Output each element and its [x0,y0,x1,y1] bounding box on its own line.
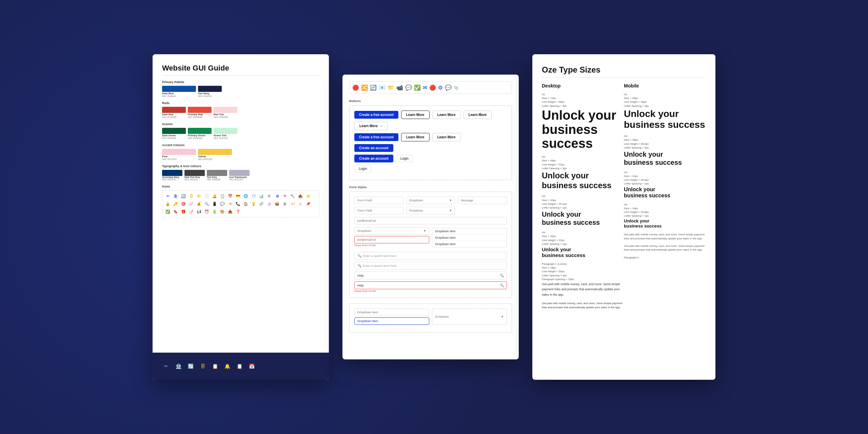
select-section: Dropdown Item Dropdown Item Dropdown▼ [349,303,512,333]
p2-mobile-entry: Paragraph 2 [624,256,706,259]
download-icon: 📥 [227,208,234,215]
h3-mobile-text: Unlock yourbusiness success [624,186,706,199]
btn-row-5: Login [354,165,507,172]
calendar-icon: 📅 [227,193,234,199]
eye-icon: 👁 [281,193,288,199]
message-field-1: Message [458,197,507,204]
question-icon: ❓ [235,208,241,215]
email-field-error[interactable]: joe@email.txt [354,236,429,243]
search-input-1[interactable]: 🔍 Enter a search term here [354,252,507,260]
wrench-icon: 🔧 [289,193,296,199]
toolbar-edit-icon[interactable]: ✏ [162,362,170,370]
gear-icon: ⚙ [266,193,273,199]
login-btn-1[interactable]: Login [396,155,413,162]
create-account-btn-2[interactable]: Create an account [354,155,393,162]
dark-blue-swatch [162,86,196,92]
lock-icon: 🔒 [164,200,171,207]
h4-mobile-entry: H4Size = 19pxLine Height = 19.8pxLetter … [624,203,706,229]
learn-more-btn-1[interactable]: Learn More [401,111,430,119]
megaphone-icon: 📢 [196,208,202,215]
print-icon: 🖨 [266,200,273,207]
toolbar-doc-icon[interactable]: 📋 [211,362,219,370]
select-row-1: Dropdown Item Dropdown Item Dropdown▼ [354,309,507,325]
toolbar-refresh-icon[interactable]: 🔄 [186,362,195,370]
learn-more-arrow-btn[interactable]: Learn More → [354,122,388,130]
star-icon: ⭐ [305,193,312,199]
search-input-2[interactable]: 🔍 Enter a search term here [354,262,507,270]
p1-desktop-text-2: Get paid with mobile money, card, and mo… [542,301,624,310]
sample-icon-5: 📁 [388,84,394,91]
forms-container: Form Field Dropdown▼ Message Form Field … [349,192,512,298]
dropdown-item-2[interactable]: Dropdown Item [432,235,507,241]
sample-icon-9: ✉ [423,84,427,91]
toolbar-bank-icon[interactable]: 🏦 [174,362,182,370]
refresh-icon: 🔄 [180,193,187,199]
bulb-icon: 💡 [250,200,257,207]
target-icon: 🎯 [180,200,187,207]
palette-icon: 🎨 [219,208,226,215]
dropdown-1[interactable]: Dropdown▼ [406,197,455,204]
trash-icon: 🗑 [281,200,288,207]
create-free-account-btn-2[interactable]: Create a free account [354,133,398,141]
left-panel: Website GUI Guide Primary Palette Dark B… [153,54,329,380]
sample-icon-10: 🔴 [429,84,436,91]
learn-more-btn-2[interactable]: Learn More [432,111,461,119]
screen-icon: 🖥 [274,193,280,199]
login-btn-2[interactable]: Login [354,165,371,172]
h1-mobile-text: Unlock yourbusiness success [624,108,706,130]
h1-desktop-entry: H1Size = 72pxLine Height = 68pxLetter Sp… [542,93,624,151]
learn-more-btn-3[interactable]: Learn More [463,111,492,119]
card-icon: 💳 [235,193,241,199]
form-row-email-error: joe@email.txt Please Enter A Field [354,236,429,246]
right-panel: Oze Type Sizes Desktop H1Size = 72pxLine… [532,54,715,380]
dropdown-item-list-1[interactable]: Dropdown Item [354,309,429,316]
desktop-header: Desktop [542,83,624,88]
green-tint-swatch [214,128,237,134]
learn-more-btn-5[interactable]: Learn More [432,133,461,141]
email-field-1[interactable]: joe@email.txt [354,217,507,224]
dropdown-select-bottom[interactable]: Dropdown▼ [432,309,507,325]
bank-icon: 🏦 [172,193,179,199]
create-account-btn-1[interactable]: Create an account [354,144,393,152]
dropdown-item-1[interactable]: Dropdown Item [432,228,507,235]
create-free-account-btn-1[interactable]: Create a free account [354,111,398,119]
text-grey-swatch [207,170,227,176]
dark-green-swatch [162,128,186,134]
icons-section: Icons ✏ 🏦 🔄 🗄 📁 📄 🔔 📋 📅 💳 🌐 🛡 📊 ⚙ 🖥 [162,185,319,217]
toolbar-bell-icon[interactable]: 🔔 [223,362,231,370]
sample-icon-2: 🔀 [361,84,368,91]
form-field-2: Form Field [354,207,403,214]
document-icon: 📄 [203,193,210,199]
h1-mobile-entry: H1Size = 48pxLine Height = 48pxLetter Sp… [624,93,706,130]
p1-loose-desktop-entry: Paragraph 1 (Loose)Size = 18pxLine Heigh… [542,262,624,297]
form-row-2: Form Field Dropdown▼ [354,207,507,214]
yellow-swatch [198,149,232,155]
toolbar-calendar-icon[interactable]: 📅 [248,362,256,370]
icon-samples-row: 🔴 🔀 🔄 📧 📁 📹 💬 ✅ ✉ 🔴 ⚙ 💬 📎 [349,81,512,94]
sample-icon-12: 💬 [445,84,452,91]
gift-icon: 🎁 [180,208,187,215]
dropdown-3[interactable]: Dropdown▼ [354,227,429,235]
form-styles-section: Form Styles Form Field Dropdown▼ Message… [349,185,512,298]
key-icon: 🔑 [172,200,179,207]
form-field-1: Form Field [354,197,403,204]
mobile-column: Mobile H1Size = 48pxLine Height = 48pxLe… [624,83,706,314]
type-sizes-title: Oze Type Sizes [542,65,706,75]
oze-navy-swatch [198,86,222,92]
h4-desktop-entry: H4Size = 30pxLine Height = 22pxLetter Sp… [542,231,624,258]
buttons-section: Buttons Create a free account Learn More… [349,99,512,180]
dropdown-item-list-2[interactable]: Dropdown Item [354,317,429,325]
folder-icon: 📁 [196,193,202,199]
toolbar-database-icon[interactable]: 🗄 [199,362,207,370]
alert-icon: ⚠ [297,200,304,207]
search-input-4-error[interactable]: Help 🔍 [354,281,507,289]
toolbar-clipboard-icon[interactable]: 📋 [235,362,243,370]
dropdown-item-3[interactable]: Dropdown Item [432,241,507,247]
dropdown-2[interactable]: Dropdown▼ [406,207,455,214]
form-styles-label: Form Styles [349,185,512,189]
sample-icon-8: ✅ [414,84,421,91]
primary-red-swatch [188,107,212,113]
search-row-1: 🔍 Enter a search term here [354,252,507,260]
learn-more-btn-4[interactable]: Learn More [401,133,430,141]
search-input-3[interactable]: Help 🔍 [354,272,507,279]
